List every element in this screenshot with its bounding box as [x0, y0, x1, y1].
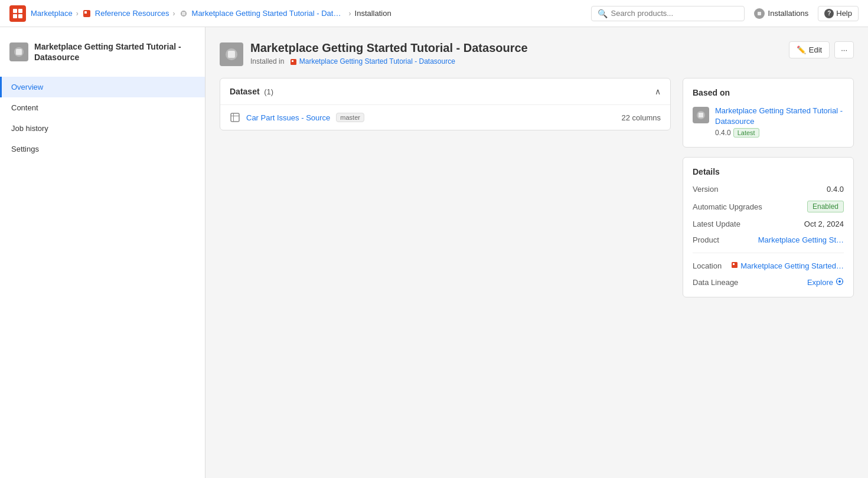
- sidebar: Marketplace Getting Started Tutorial - D…: [0, 27, 205, 478]
- svg-rect-20: [699, 113, 703, 117]
- breadcrumb: Marketplace › Reference Resources › Mark…: [31, 9, 586, 18]
- divider: [693, 253, 844, 253]
- help-label: Help: [836, 9, 852, 18]
- dataset-section-title: Dataset: [230, 87, 260, 96]
- location-icon: [731, 261, 738, 270]
- product-header-left: Marketplace Getting Started Tutorial - D…: [220, 41, 528, 66]
- more-options-button[interactable]: ···: [834, 41, 854, 58]
- edit-button[interactable]: ✏️ Edit: [789, 41, 830, 58]
- product-title: Marketplace Getting Started Tutorial - D…: [250, 41, 528, 55]
- svg-rect-16: [231, 113, 239, 122]
- search-box[interactable]: 🔍: [591, 6, 745, 21]
- dataset-badge: master: [336, 113, 364, 122]
- based-on-item: Marketplace Getting Started Tutorial - D…: [693, 106, 844, 137]
- svg-rect-3: [18, 14, 22, 18]
- right-panel: Based on Marketplace Getting Started Tut…: [683, 78, 854, 297]
- breadcrumb-reference-resources[interactable]: Reference Resources: [95, 9, 169, 18]
- dataset-count: (1): [264, 87, 273, 96]
- svg-rect-7: [182, 12, 185, 15]
- product-info: Marketplace Getting Started Tutorial - D…: [250, 41, 528, 66]
- sidebar-item-overview[interactable]: Overview: [0, 77, 205, 97]
- breadcrumb-sep-3: ›: [349, 9, 351, 18]
- svg-rect-11: [16, 49, 22, 55]
- breadcrumb-current: Installation: [355, 9, 391, 18]
- chevron-up-icon: ∧: [655, 87, 661, 96]
- product-icon-large: [220, 42, 243, 66]
- explore-link[interactable]: Explore: [807, 278, 833, 287]
- top-nav: Marketplace › Reference Resources › Mark…: [0, 0, 868, 27]
- detail-version-row: Version 0.4.0: [693, 185, 844, 194]
- based-on-card: Based on Marketplace Getting Started Tut…: [683, 78, 854, 148]
- latest-update-value: Oct 2, 2024: [804, 220, 844, 228]
- dataset-table-icon: [230, 112, 240, 123]
- svg-rect-9: [758, 12, 761, 15]
- installed-in-link[interactable]: Marketplace Getting Started Tutorial - D…: [299, 57, 455, 66]
- detail-product-row: Product Marketplace Getting St…: [693, 235, 844, 244]
- installations-link[interactable]: Installations: [749, 6, 814, 21]
- dataset-section-title-group: Dataset (1): [230, 87, 273, 96]
- enabled-badge: Enabled: [807, 201, 844, 212]
- breadcrumb-datasource[interactable]: Marketplace Getting Started Tutorial - D…: [192, 9, 345, 18]
- latest-update-label: Latest Update: [693, 220, 740, 228]
- svg-rect-21: [732, 262, 738, 268]
- installed-in-icon: [290, 57, 299, 66]
- svg-rect-15: [292, 60, 293, 62]
- svg-rect-13: [228, 51, 235, 58]
- detail-data-lineage-row: Data Lineage Explore: [693, 277, 844, 287]
- installations-label: Installations: [768, 9, 809, 18]
- search-icon: 🔍: [598, 9, 608, 18]
- installations-icon: [754, 8, 765, 19]
- search-input[interactable]: [611, 9, 738, 18]
- dataset-section-header[interactable]: Dataset (1) ∧: [220, 78, 670, 105]
- svg-rect-5: [84, 11, 87, 14]
- details-title: Details: [693, 167, 844, 176]
- sidebar-item-job-history[interactable]: Job history: [0, 118, 205, 139]
- breadcrumb-sep-2: ›: [173, 9, 175, 18]
- detail-latest-update-row: Latest Update Oct 2, 2024: [693, 220, 844, 228]
- version-label: Version: [693, 185, 718, 194]
- auto-upgrades-label: Automatic Upgrades: [693, 202, 762, 211]
- breadcrumb-sep-1: ›: [76, 9, 79, 18]
- svg-rect-22: [733, 263, 735, 265]
- page-layout: Marketplace Getting Started Tutorial - D…: [0, 27, 868, 478]
- version-tag: 0.4.0 Latest: [715, 128, 844, 137]
- dataset-columns-link[interactable]: 22 columns: [622, 113, 661, 122]
- edit-pencil-icon: ✏️: [797, 45, 806, 54]
- installed-in-label: Installed in: [250, 57, 284, 66]
- detail-auto-upgrades-row: Automatic Upgrades Enabled: [693, 201, 844, 212]
- sidebar-item-content[interactable]: Content: [0, 97, 205, 118]
- based-on-product-link[interactable]: Marketplace Getting Started Tutorial - D…: [715, 106, 843, 126]
- breadcrumb-marketplace[interactable]: Marketplace: [31, 9, 73, 18]
- app-logo[interactable]: [9, 5, 26, 22]
- location-label: Location: [693, 261, 722, 270]
- svg-point-24: [838, 280, 841, 283]
- product-label: Product: [693, 235, 719, 244]
- reference-resources-icon: [82, 9, 92, 18]
- detail-location-row: Location Marketplace Getting Started…: [693, 261, 844, 270]
- help-button[interactable]: ? Help: [818, 6, 859, 21]
- product-link[interactable]: Marketplace Getting St…: [758, 235, 844, 244]
- svg-rect-14: [291, 59, 296, 65]
- svg-rect-2: [13, 14, 17, 18]
- svg-rect-4: [83, 10, 90, 17]
- help-icon: ?: [824, 9, 834, 18]
- location-link[interactable]: Marketplace Getting Started…: [740, 261, 844, 270]
- product-subtitle: Installed in Marketplace Getting Started…: [250, 57, 528, 66]
- explore-icon: [836, 277, 844, 287]
- sidebar-product-title: Marketplace Getting Started Tutorial - D…: [34, 41, 195, 63]
- based-on-info: Marketplace Getting Started Tutorial - D…: [715, 106, 844, 137]
- svg-rect-0: [13, 9, 17, 13]
- based-on-version: 0.4.0: [715, 129, 731, 137]
- table-row: Car Part Issues - Source master 22 colum…: [220, 105, 670, 130]
- dataset-name-link[interactable]: Car Part Issues - Source: [246, 113, 330, 122]
- dataset-row-left: Car Part Issues - Source master: [230, 112, 364, 123]
- sidebar-item-settings[interactable]: Settings: [0, 139, 205, 159]
- based-on-product-icon: [693, 107, 709, 123]
- content-area: Dataset (1) ∧ Car Part Issues - Source: [220, 78, 854, 297]
- dataset-section-body: Car Part Issues - Source master 22 colum…: [220, 105, 670, 130]
- product-header: Marketplace Getting Started Tutorial - D…: [220, 41, 854, 66]
- svg-rect-1: [18, 9, 22, 13]
- edit-label: Edit: [809, 45, 822, 54]
- version-value: 0.4.0: [827, 185, 844, 194]
- data-lineage-label: Data Lineage: [693, 278, 738, 287]
